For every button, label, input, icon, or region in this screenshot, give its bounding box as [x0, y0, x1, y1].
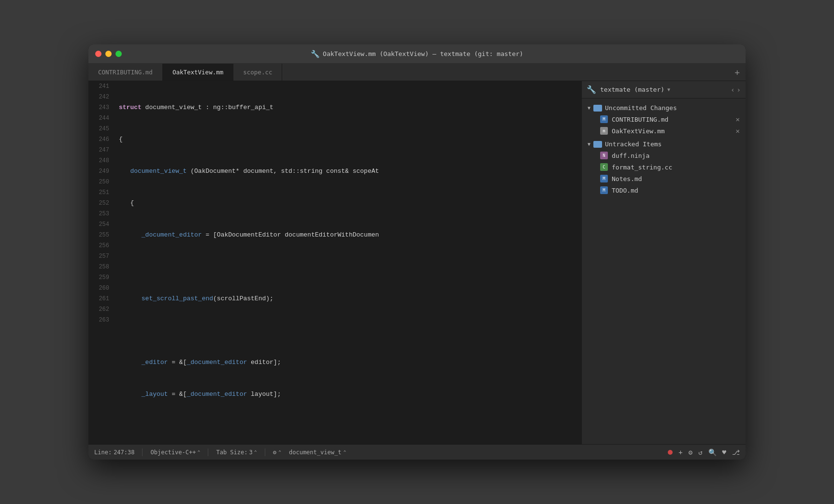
maximize-button[interactable] [115, 51, 122, 57]
status-divider-1 [142, 448, 143, 456]
status-divider-3 [265, 448, 265, 456]
language-chevron-icon: ⌃ [197, 449, 200, 455]
right-panel: 🔧 textmate (master) ▼ ‹ › ▼ Uncommitted … [581, 81, 746, 444]
nav-arrows: ‹ › [731, 86, 741, 94]
close-contributing-button[interactable]: ✕ [736, 115, 740, 123]
todo-filename: TODO.md [612, 187, 740, 194]
file-icon-todo-md: M [600, 186, 608, 194]
titlebar: 🔧 OakTextView.mm (OakTextView) — textmat… [88, 44, 746, 64]
code-lines: 241 ▼242 243 ▼244 245 246 +247 +248 249 … [88, 81, 581, 444]
contributing-filename: CONTRIBUTING.md [612, 116, 732, 123]
statusbar: Line: 247:38 Objective-C++ ⌃ Tab Size: 3… [88, 444, 746, 460]
status-dot-indicator [668, 450, 673, 455]
uncommitted-changes-header[interactable]: ▼ Uncommitted Changes [582, 102, 746, 113]
content-area: 241 ▼242 243 ▼244 245 246 +247 +248 249 … [88, 81, 746, 444]
tree-item-oaktextview[interactable]: m OakTextView.mm ✕ [582, 125, 746, 137]
code-line-243: document_view_t (OakDocument* document, … [119, 166, 581, 177]
code-line-251 [119, 421, 581, 432]
main-window: 🔧 OakTextView.mm (OakTextView) — textmat… [88, 44, 746, 460]
nav-back-button[interactable]: ‹ [731, 86, 734, 94]
heart-button[interactable]: ♥ [722, 448, 726, 456]
traffic-lights [88, 51, 122, 57]
format-string-filename: format_string.cc [612, 164, 740, 171]
gear-icon: ⚙ [273, 449, 276, 456]
duff-ninja-filename: duff.ninja [612, 152, 740, 159]
repo-icon: 🔧 [587, 85, 596, 94]
tab-chevron-icon: ⌃ [254, 449, 257, 455]
tabs-bar: CONTRIBUTING.md OakTextView.mm scope.cc … [88, 64, 746, 81]
panel-tree: ▼ Uncommitted Changes M CONTRIBUTING.md … [582, 98, 746, 444]
refresh-button[interactable]: ↺ [698, 448, 702, 456]
file-icon-notes-md: M [600, 175, 608, 182]
code-content[interactable]: struct document_view_t : ng::buffer_api_… [115, 81, 581, 444]
code-line-242: { [119, 134, 581, 145]
right-panel-header: 🔧 textmate (master) ▼ ‹ › [582, 81, 746, 98]
file-icon-mm: m [600, 127, 608, 135]
status-gear[interactable]: ⚙ ⌃ [273, 449, 281, 456]
folder-icon [593, 141, 602, 148]
code-area[interactable]: 241 ▼242 243 ▼244 245 246 +247 +248 249 … [88, 81, 581, 444]
tab-contributing[interactable]: CONTRIBUTING.md [88, 64, 163, 81]
add-tab-button[interactable]: + [729, 64, 746, 81]
code-line-249: _editor = &[_document_editor editor]; [119, 357, 581, 368]
tree-item-duff-ninja[interactable]: N duff.ninja [582, 150, 746, 161]
file-icon-cc: C [600, 163, 608, 171]
notes-filename: Notes.md [612, 175, 740, 182]
code-line-248 [119, 325, 581, 336]
triangle-icon: ▼ [588, 105, 590, 111]
gear-chevron-icon: ⌃ [278, 449, 281, 455]
untracked-items-label: Untracked Items [605, 140, 661, 148]
chevron-down-icon: ▼ [667, 87, 670, 92]
close-oaktextview-button[interactable]: ✕ [736, 127, 740, 135]
git-button[interactable]: ⎇ [732, 448, 740, 456]
tab-label: Tab Size: [216, 449, 247, 456]
code-line-244: { [119, 198, 581, 209]
nav-forward-button[interactable]: › [737, 86, 741, 94]
symbol-chevron-icon: ⌃ [343, 449, 346, 455]
oaktextview-filename: OakTextView.mm [612, 127, 732, 135]
status-symbol[interactable]: document_view_t ⌃ [289, 449, 346, 456]
uncommitted-changes-label: Uncommitted Changes [605, 104, 677, 112]
tree-item-notes[interactable]: M Notes.md [582, 173, 746, 184]
untracked-items-section: ▼ Untracked Items N duff.ninja C format_… [582, 139, 746, 196]
tree-item-todo[interactable]: M TODO.md [582, 184, 746, 196]
line-value: 247:38 [114, 449, 134, 456]
search-button[interactable]: 🔍 [708, 448, 717, 456]
uncommitted-changes-section: ▼ Uncommitted Changes M CONTRIBUTING.md … [582, 102, 746, 137]
repo-selector[interactable]: textmate (master) ▼ [600, 86, 727, 93]
tree-item-contributing[interactable]: M CONTRIBUTING.md ✕ [582, 113, 746, 125]
code-line-246 [119, 262, 581, 272]
tab-size-selector[interactable]: Tab Size: 3 ⌃ [216, 449, 257, 456]
tab-value: 3 [249, 449, 252, 456]
code-line-245: _document_editor = [OakDocumentEditor do… [119, 230, 581, 240]
add-bookmark-button[interactable]: + [678, 448, 682, 456]
file-icon-ninja: N [600, 152, 608, 159]
language-label: Objective-C++ [150, 449, 196, 456]
language-selector[interactable]: Objective-C++ ⌃ [150, 449, 200, 456]
line-numbers: 241 ▼242 243 ▼244 245 246 +247 +248 249 … [88, 81, 115, 444]
folder-icon [593, 105, 602, 112]
code-line-250: _layout = &[_document_editor layout]; [119, 389, 581, 400]
tree-item-format-string[interactable]: C format_string.cc [582, 161, 746, 173]
close-button[interactable] [95, 51, 101, 57]
code-line-241: struct document_view_t : ng::buffer_api_… [119, 102, 581, 113]
code-editor[interactable]: 241 ▼242 243 ▼244 245 246 +247 +248 249 … [88, 81, 581, 444]
file-icon-md: M [600, 115, 608, 123]
line-label: Line: [94, 449, 112, 456]
symbol-label: document_view_t [289, 449, 341, 456]
settings-button[interactable]: ⚙ [689, 448, 692, 456]
tab-scope[interactable]: scope.cc [233, 64, 282, 81]
status-divider-2 [208, 448, 208, 456]
tab-oaktextview[interactable]: OakTextView.mm [163, 64, 233, 81]
window-title: 🔧 OakTextView.mm (OakTextView) — textmat… [311, 50, 523, 58]
code-line-247: set_scroll_past_end(scrollPastEnd); [119, 294, 581, 304]
triangle-icon: ▼ [588, 141, 590, 147]
untracked-items-header[interactable]: ▼ Untracked Items [582, 139, 746, 150]
minimize-button[interactable] [105, 51, 112, 57]
status-line: Line: 247:38 [94, 449, 134, 456]
statusbar-right: + ⚙ ↺ 🔍 ♥ ⎇ [668, 448, 740, 456]
